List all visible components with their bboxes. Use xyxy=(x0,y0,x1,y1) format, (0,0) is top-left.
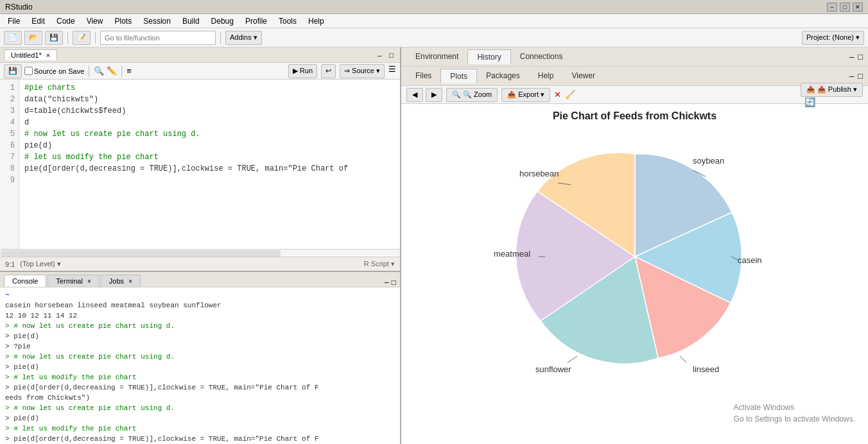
console-line-12: > pie(d) xyxy=(5,413,395,423)
menu-item-view[interactable]: View xyxy=(82,15,108,27)
code-editor[interactable]: 12345 6789 #pie charts data("chickwts") … xyxy=(0,80,400,249)
menu-item-tools[interactable]: Tools xyxy=(273,15,302,27)
terminal-close[interactable]: × xyxy=(87,278,91,285)
console-line-11: > # now let us create pie chart using d. xyxy=(5,403,395,413)
new-file-button[interactable]: 📄 xyxy=(4,31,22,45)
toolbar-sep-1 xyxy=(67,32,68,44)
toolbar-sep-3 xyxy=(220,32,221,44)
console-line-2: 12 10 12 11 14 12 xyxy=(5,311,395,321)
code-tools-icon[interactable]: ✏️ xyxy=(107,66,117,76)
collapse-icon[interactable]: – xyxy=(375,51,384,60)
open-file-button[interactable]: 📂 xyxy=(24,31,42,45)
right-tab-group: Environment History Connections xyxy=(406,49,571,64)
left-pane: Untitled1* × – □ 💾 Source on Save 🔍 xyxy=(0,47,401,444)
project-button[interactable]: Project: (None) ▾ xyxy=(802,31,864,45)
right-maximize-icon[interactable]: □ xyxy=(858,52,863,62)
save-button[interactable]: 💾 xyxy=(45,31,63,45)
menu-item-edit[interactable]: Edit xyxy=(26,15,50,27)
run-button[interactable]: ▶ Run xyxy=(288,64,317,78)
goto-input[interactable] xyxy=(100,31,216,45)
menu-item-session[interactable]: Session xyxy=(138,15,176,27)
console-tab-group: Console Terminal × Jobs × xyxy=(4,275,142,287)
label-linseed: linseed xyxy=(693,364,719,372)
maximize-editor-icon[interactable]: □ xyxy=(386,51,396,60)
editor-tab-untitled[interactable]: Untitled1* × xyxy=(4,49,57,60)
console-tab-terminal[interactable]: Terminal × xyxy=(48,275,99,287)
plot-area: Pie Chart of Feeds from Chickwts xyxy=(401,104,868,444)
jobs-close[interactable]: × xyxy=(128,278,132,285)
menu-item-profile[interactable]: Profile xyxy=(240,15,272,27)
right-bottom-collapse-icon[interactable]: – xyxy=(849,71,854,81)
tab-files[interactable]: Files xyxy=(406,69,440,83)
tab-environment[interactable]: Environment xyxy=(406,49,467,64)
clear-plots-button[interactable]: 🧹 xyxy=(565,90,575,99)
tab-plots[interactable]: Plots xyxy=(440,69,477,83)
label-soybean: soybean xyxy=(693,156,724,166)
maximize-button[interactable]: □ xyxy=(840,3,850,12)
editor-sep-2 xyxy=(121,65,122,77)
next-plot-button[interactable]: ▶ xyxy=(426,88,442,102)
console-content: ~ casein horsebean linseed meatmeal soyb… xyxy=(0,287,400,444)
menu-item-code[interactable]: Code xyxy=(51,15,80,27)
extra-icon[interactable]: ≡ xyxy=(126,66,132,76)
console-line-10: eeds from Chickwts") xyxy=(5,393,395,403)
console-line-14: > pie(d[order(d,decreasing = TRUE)],cloc… xyxy=(5,434,395,444)
code-level[interactable]: (Top Level) ▾ xyxy=(20,260,60,268)
close-button[interactable]: ✕ xyxy=(853,3,863,12)
right-bottom-tabs: Files Plots Packages Help Viewer – □ xyxy=(401,67,868,86)
export-button[interactable]: 📤 Export ▾ xyxy=(501,88,550,102)
right-bottom-maximize-icon[interactable]: □ xyxy=(858,71,863,81)
source-button[interactable]: ⇒ Source ▾ xyxy=(340,64,385,78)
tab-history[interactable]: History xyxy=(467,49,510,64)
console-tab-jobs[interactable]: Jobs × xyxy=(101,275,141,287)
console-line-6: > # now let us create pie chart using d. xyxy=(5,352,395,362)
label-sunflower: sunflower xyxy=(535,364,571,372)
right-bottom-tab-group: Files Plots Packages Help Viewer xyxy=(406,69,604,83)
zoom-button[interactable]: 🔍 🔍 Zoom xyxy=(446,88,498,102)
console-line-4: > pie(d) xyxy=(5,331,395,341)
editor-scroll-track[interactable] xyxy=(1,250,281,257)
source-on-save-checkbox[interactable] xyxy=(24,67,33,75)
right-collapse-icon[interactable]: – xyxy=(849,52,854,62)
console-collapse-icon[interactable]: – xyxy=(385,278,389,287)
menu-item-debug[interactable]: Debug xyxy=(206,15,239,27)
label-horsebean: horsebean xyxy=(519,169,559,178)
console-maximize-icon[interactable]: □ xyxy=(392,278,396,287)
file-type[interactable]: R Script ▾ xyxy=(364,260,395,268)
menu-item-help[interactable]: Help xyxy=(303,15,329,27)
search-icon[interactable]: 🔍 xyxy=(94,66,104,76)
right-pane: Environment History Connections – □ File… xyxy=(401,47,868,444)
delete-plot-button[interactable]: ✕ xyxy=(554,90,561,99)
menu-item-file[interactable]: File xyxy=(3,15,25,27)
console-prompt-line: ~ xyxy=(5,290,395,300)
run-buttons: ▶ Run ↩ ⇒ Source ▾ ☰ xyxy=(288,64,396,78)
menubar: FileEditCodeViewPlotsSessionBuildDebugPr… xyxy=(0,14,868,28)
addins-button[interactable]: Addins ▾ xyxy=(225,31,262,45)
watermark-line1: Activate Windows xyxy=(734,402,855,413)
label-meatmeal: meatmeal xyxy=(494,249,530,259)
save-file-icon[interactable]: 💾 xyxy=(4,64,22,78)
editor-tab-close[interactable]: × xyxy=(46,51,50,59)
menu-item-build[interactable]: Build xyxy=(177,15,205,27)
rerun-button[interactable]: ↩ xyxy=(321,64,336,78)
tab-packages[interactable]: Packages xyxy=(477,69,529,83)
export-icon: 📤 xyxy=(507,90,516,99)
editor-options-icon[interactable]: ☰ xyxy=(388,64,396,78)
prev-plot-button[interactable]: ◀ xyxy=(406,88,423,102)
editor-tabs: Untitled1* × xyxy=(4,49,57,60)
console-line-5: > ?pie xyxy=(5,341,395,352)
menu-item-plots[interactable]: Plots xyxy=(110,15,137,27)
line-sunflower xyxy=(568,356,577,363)
main-area: Untitled1* × – □ 💾 Source on Save 🔍 xyxy=(0,47,868,444)
console-panel: Console Terminal × Jobs × – □ ~ casein h… xyxy=(0,271,400,444)
tab-help[interactable]: Help xyxy=(529,69,563,83)
console-tab-console[interactable]: Console xyxy=(4,275,46,287)
publish-button[interactable]: 📤 📤 Publish ▾ xyxy=(801,83,863,97)
new-script-button[interactable]: 📝 xyxy=(73,31,91,45)
editor-scrollbar[interactable] xyxy=(0,249,400,257)
code-content[interactable]: #pie charts data("chickwts") d=table(chi… xyxy=(19,80,353,249)
tab-connections[interactable]: Connections xyxy=(511,49,572,64)
console-line-1: casein horsebean linseed meatmeal soybea… xyxy=(5,300,395,311)
minimize-button[interactable]: – xyxy=(827,3,837,12)
tab-viewer[interactable]: Viewer xyxy=(562,69,603,83)
